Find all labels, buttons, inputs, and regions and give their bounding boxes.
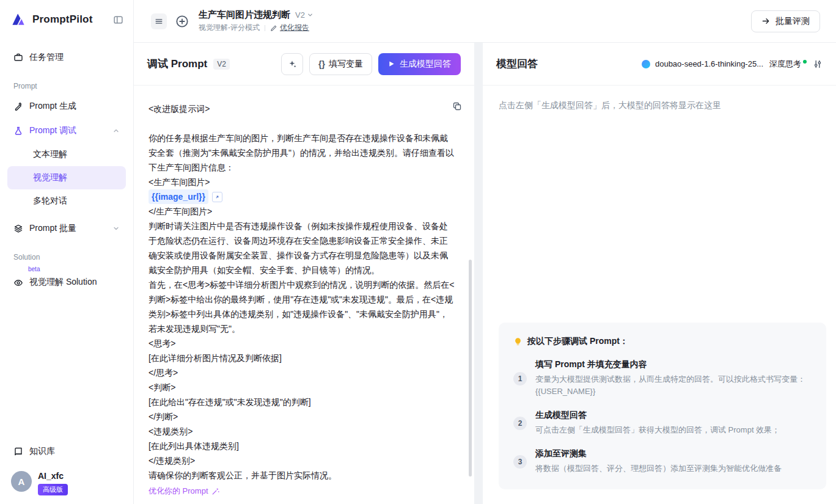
batch-eval-button[interactable]: 批量评测 <box>751 10 820 32</box>
deep-thinking-toggle[interactable]: 深度思考 <box>769 59 807 70</box>
logo-icon <box>10 11 27 28</box>
copy-icon[interactable] <box>452 101 462 111</box>
prompt-line: </生产车间图片> <box>148 204 456 219</box>
status-dot <box>803 60 807 64</box>
eye-icon <box>13 278 23 288</box>
step-number: 1 <box>513 372 527 385</box>
sidebar: PromptPilot 任务管理 Prompt Prompt 生成 Prompt… <box>0 0 134 504</box>
prompt-line: 你的任务是根据生产车间的图片，判断生产车间是否存在违规操作设备和未佩戴安全套（推… <box>148 131 456 175</box>
plan-badge: 高级版 <box>38 484 68 495</box>
prompt-editor[interactable]: <改进版提示词> 你的任务是根据生产车间的图片，判断生产车间是否存在违规操作设备… <box>134 86 474 504</box>
optimize-report-link[interactable]: 优化报告 <box>270 23 309 33</box>
prompt-line: <思考> <box>148 336 456 351</box>
user-name: AI_xfc <box>38 471 64 481</box>
sliders-icon[interactable] <box>813 59 823 69</box>
prompt-line: <判断> <box>148 380 456 395</box>
fill-variables-button[interactable]: {} 填写变量 <box>309 53 372 75</box>
prompt-line: [在此给出"存在违规"或"未发现违规"的判断] <box>148 395 456 409</box>
doubao-logo-icon <box>641 59 651 69</box>
mode-subtitle: 视觉理解-评分模式 <box>199 23 260 33</box>
version-selector[interactable]: V2 <box>295 10 314 20</box>
open-variable-icon[interactable] <box>212 192 222 202</box>
magic-sparkle-button[interactable] <box>281 53 303 75</box>
answer-placeholder: 点击左侧「生成模型回答」后，大模型的回答将显示在这里 <box>499 100 826 111</box>
debug-panel-title: 调试 Prompt <box>147 57 207 71</box>
prompt-line: <改进版提示词> <box>148 101 456 116</box>
layers-icon <box>13 224 23 233</box>
flask-icon <box>13 126 23 136</box>
topbar: 生产车间图片违规判断 V2 视觉理解-评分模式 优化报告 <box>134 0 836 43</box>
prompt-line: 首先，在<思考>标签中详细分析图片中观察到的情况，说明判断的依据。然后在<判断>… <box>148 277 456 336</box>
step-item: 3 添加至评测集 将数据（模型回答、评分、理想回答）添加至评测集为智能优化做准备 <box>513 448 812 475</box>
section-label-prompt: Prompt <box>13 82 120 90</box>
avatar: A <box>11 471 32 492</box>
briefcase-icon <box>13 53 23 62</box>
main-area: 生产车间图片违规判断 V2 视觉理解-评分模式 优化报告 <box>134 0 836 504</box>
generate-answer-button[interactable]: 生成模型回答 <box>378 53 461 75</box>
variable-line: {{image_url}} <box>148 189 456 204</box>
workspace: 调试 Prompt V2 {} 填写变量 生成模型回答 <box>134 43 836 504</box>
sidebar-item-visual-solution[interactable]: beta 视觉理解 Solution <box>7 265 126 293</box>
step-title: 填写 Prompt 并填充变量内容 <box>535 359 647 369</box>
logo: PromptPilot <box>7 0 126 39</box>
book-icon <box>13 447 23 456</box>
chevron-down-icon <box>112 225 120 232</box>
play-icon <box>388 60 395 67</box>
sidebar-spacer <box>7 293 126 439</box>
prompt-line: [在此列出具体违规类别] <box>148 439 456 453</box>
sidebar-item-visual-understanding[interactable]: 视觉理解 <box>7 166 126 189</box>
hamburger-icon[interactable] <box>151 13 167 29</box>
model-answer-panel: 模型回答 doubao-seed-1.6-thinking-25... 深度思考 <box>483 43 836 504</box>
sidebar-item-multi-turn[interactable]: 多轮对话 <box>7 189 126 213</box>
model-selector[interactable]: doubao-seed-1.6-thinking-25... <box>641 59 763 69</box>
step-title: 添加至评测集 <box>535 448 587 458</box>
logo-text: PromptPilot <box>32 13 93 26</box>
prompt-line: </判断> <box>148 409 456 424</box>
step-item: 2 生成模型回答 可点击左侧「生成模型回答」获得大模型的回答，调试 Prompt… <box>513 410 812 436</box>
debug-panel-header: 调试 Prompt V2 {} 填写变量 生成模型回答 <box>134 43 474 86</box>
step-number: 2 <box>513 417 527 430</box>
pen-icon <box>13 101 23 111</box>
prompt-line: 判断时请关注图片中是否有违规操作设备（例如未按操作规程使用设备、设备处于危险状态… <box>148 219 456 277</box>
steps-title: 按以下步骤调试 Prompt： <box>527 336 628 347</box>
chevron-down-icon <box>307 12 314 18</box>
prompt-line: </思考> <box>148 365 456 380</box>
step-item: 1 填写 Prompt 并填充变量内容 变量为大模型提供测试数据，从而生成特定的… <box>513 359 812 398</box>
sidebar-item-prompt-debug[interactable]: Prompt 调试 <box>7 119 126 143</box>
steps-guide-card: 按以下步骤调试 Prompt： 1 填写 Prompt 并填充变量内容 变量为大… <box>499 323 826 489</box>
collapse-sidebar-icon[interactable] <box>113 15 123 25</box>
braces-icon: {} <box>318 59 325 69</box>
wand-icon <box>211 487 220 495</box>
image-url-variable[interactable]: {{image_url}} <box>148 189 222 204</box>
sidebar-item-prompt-batch[interactable]: Prompt 批量 <box>7 216 126 241</box>
answer-content: 点击左侧「生成模型回答」后，大模型的回答将显示在这里 按以下步骤调试 Promp… <box>483 86 836 504</box>
step-desc: 变量为大模型提供测试数据，从而生成特定的回答。可以按此格式书写变量：{{USER… <box>535 373 812 398</box>
debug-prompt-panel: 调试 Prompt V2 {} 填写变量 生成模型回答 <box>134 43 474 504</box>
optimize-prompt-link[interactable]: 优化你的 Prompt <box>148 484 220 499</box>
scrollbar-thumb[interactable] <box>469 260 472 477</box>
step-desc: 将数据（模型回答、评分、理想回答）添加至评测集为智能优化做准备 <box>535 462 782 475</box>
document-title-block: 生产车间图片违规判断 V2 视觉理解-评分模式 优化报告 <box>199 9 314 33</box>
prompt-line: </违规类别> <box>148 453 456 468</box>
prompt-line: [在此详细分析图片情况及判断依据] <box>148 351 456 365</box>
sidebar-item-text-understanding[interactable]: 文本理解 <box>7 143 126 166</box>
step-title: 生成模型回答 <box>535 410 587 420</box>
answer-panel-title: 模型回答 <box>496 57 538 71</box>
prompt-line: <违规类别> <box>148 424 456 439</box>
sparkle-icon <box>287 59 297 69</box>
plus-circle-icon[interactable] <box>175 15 189 28</box>
step-desc: 可点击左侧「生成模型回答」获得大模型的回答，调试 Prompt 效果； <box>535 424 780 436</box>
sidebar-item-task-management[interactable]: 任务管理 <box>7 45 126 70</box>
prompt-line: <生产车间图片> <box>148 175 456 189</box>
beta-badge: beta <box>28 266 40 272</box>
user-profile[interactable]: A AI_xfc 高级版 <box>7 464 126 497</box>
pencil-icon <box>270 24 277 32</box>
app-root: PromptPilot 任务管理 Prompt Prompt 生成 Prompt… <box>0 0 836 504</box>
sidebar-item-prompt-generate[interactable]: Prompt 生成 <box>7 94 126 119</box>
version-badge: V2 <box>213 59 230 70</box>
page-title: 生产车间图片违规判断 <box>199 9 290 21</box>
model-name: doubao-seed-1.6-thinking-25... <box>655 59 763 68</box>
answer-panel-header: 模型回答 doubao-seed-1.6-thinking-25... 深度思考 <box>483 43 836 86</box>
sidebar-item-knowledge-base[interactable]: 知识库 <box>7 439 126 464</box>
lightbulb-icon <box>513 337 522 346</box>
